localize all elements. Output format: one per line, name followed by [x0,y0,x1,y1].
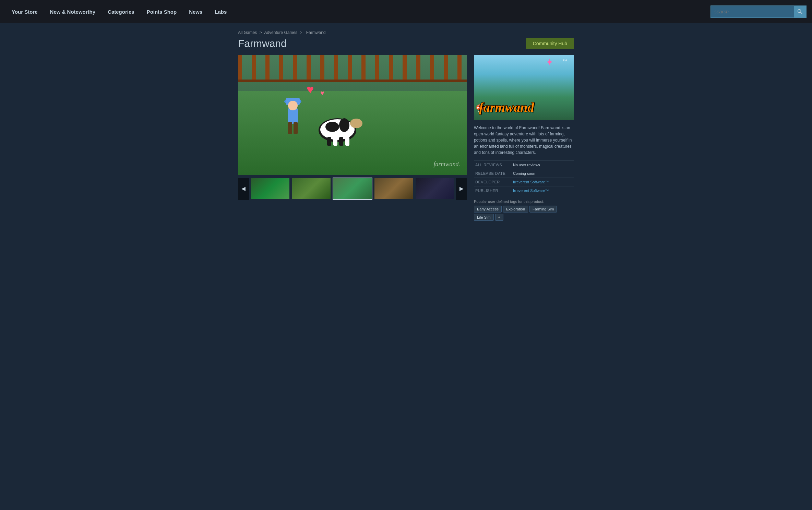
game-logo: farmwand [479,100,534,115]
breadcrumb-adventure-games[interactable]: Adventure Games [264,30,297,35]
game-info-table: ALL REVIEWS No user reviews RELEASE DATE… [474,160,574,195]
thumb-image-3 [333,178,372,199]
thumb-next-button[interactable]: ► [456,178,467,200]
page-header: Farmwand Community Hub [238,38,574,49]
breadcrumb-current: Farmwand [306,30,326,35]
search-input[interactable] [711,6,794,17]
nav-categories[interactable]: Categories [102,0,141,23]
thumb-image-1 [251,178,289,199]
screenshot-watermark: farmwand. [433,161,460,168]
breadcrumb-sep-1: > [260,30,262,35]
thumbnail-strip: ◄ [238,175,467,203]
tags-list: Early Access Exploration Farming Sim Lif… [474,206,574,221]
thumbnails-container [249,178,456,200]
developer-row: DEVELOPER Irreverent Software™ [474,178,574,186]
svg-point-0 [798,10,801,13]
thumbnail-4[interactable] [374,178,414,200]
publisher-value: Irreverent Software™ [512,186,574,195]
svg-rect-7 [327,137,331,146]
search-button[interactable] [794,5,806,18]
tags-label: Popular user-defined tags for this produ… [474,199,574,204]
thumb-image-2 [292,178,331,199]
svg-rect-9 [339,137,343,146]
release-value: Coming soon [512,169,574,178]
tag-early-access[interactable]: Early Access [474,206,502,212]
tag-exploration[interactable]: Exploration [503,206,528,212]
header-tm: ™ [562,58,567,64]
thumbnail-3[interactable] [333,178,372,200]
nav-points-shop[interactable]: Points Shop [141,0,183,23]
reviews-label: ALL REVIEWS [474,161,512,169]
svg-rect-15 [294,122,298,134]
left-column: ♥ ♥ farmwand. ◄ [238,55,467,203]
release-label: RELEASE DATE [474,169,512,178]
svg-point-5 [339,118,349,132]
game-body: ♥ ♥ farmwand. ◄ [238,55,574,221]
breadcrumb: All Games > Adventure Games > Farmwand [238,30,574,35]
community-hub-button[interactable]: Community Hub [526,38,574,49]
character-figure [279,95,307,141]
reviews-row: ALL REVIEWS No user reviews [474,161,574,169]
breadcrumb-sep-2: > [300,30,302,35]
breadcrumb-all-games[interactable]: All Games [238,30,257,35]
tag-more-button[interactable]: + [495,214,503,221]
publisher-row: PUBLISHER Irreverent Software™ [474,186,574,195]
reviews-value: No user reviews [512,161,574,169]
main-content: All Games > Adventure Games > Farmwand F… [235,23,577,228]
svg-point-16 [288,101,298,110]
game-header-image: ™ farmwand 🍄 ✦ [474,55,574,120]
heart-decoration: ♥ [307,82,314,97]
tags-section: Popular user-defined tags for this produ… [474,199,574,221]
thumbnail-5[interactable] [415,178,455,200]
nav-labs[interactable]: Labs [208,0,233,23]
page-title: Farmwand [238,38,287,49]
search-box [710,5,807,18]
developer-value: Irreverent Software™ [512,178,574,186]
developer-label: DEVELOPER [474,178,512,186]
publisher-label: PUBLISHER [474,186,512,195]
svg-rect-13 [288,108,298,124]
publisher-link[interactable]: Irreverent Software™ [513,189,549,193]
nav-news[interactable]: News [183,0,208,23]
top-navigation: Your Store New & Noteworthy Categories P… [0,0,812,23]
svg-rect-14 [288,122,292,134]
cow-figure [310,106,365,147]
svg-rect-8 [333,137,337,146]
heart-small: ♥ [320,89,324,97]
thumb-image-5 [416,178,454,199]
nav-your-store[interactable]: Your Store [5,0,44,23]
tag-farming-sim[interactable]: Farming Sim [529,206,557,212]
svg-point-4 [325,122,339,132]
search-icon [797,9,803,14]
fireworks: ✦ [546,57,553,68]
game-description: Welcome to the world of Farmwand! Farmwa… [474,125,574,156]
thumbnail-1[interactable] [250,178,290,200]
thumbnail-2[interactable] [291,178,331,200]
main-screenshot[interactable]: ♥ ♥ farmwand. [238,55,467,175]
svg-rect-10 [345,137,349,146]
svg-point-6 [350,119,362,128]
release-row: RELEASE DATE Coming soon [474,169,574,178]
right-column: ™ farmwand 🍄 ✦ Welcome to the world of F… [474,55,574,221]
svg-line-1 [801,12,802,14]
screenshot-scene: ♥ ♥ farmwand. [238,55,467,175]
thumb-prev-button[interactable]: ◄ [238,178,249,200]
thumb-image-4 [374,178,413,199]
developer-link[interactable]: Irreverent Software™ [513,180,549,184]
nav-new-noteworthy[interactable]: New & Noteworthy [44,0,102,23]
fence-decoration [238,55,467,82]
tag-life-sim[interactable]: Life Sim [474,214,494,221]
